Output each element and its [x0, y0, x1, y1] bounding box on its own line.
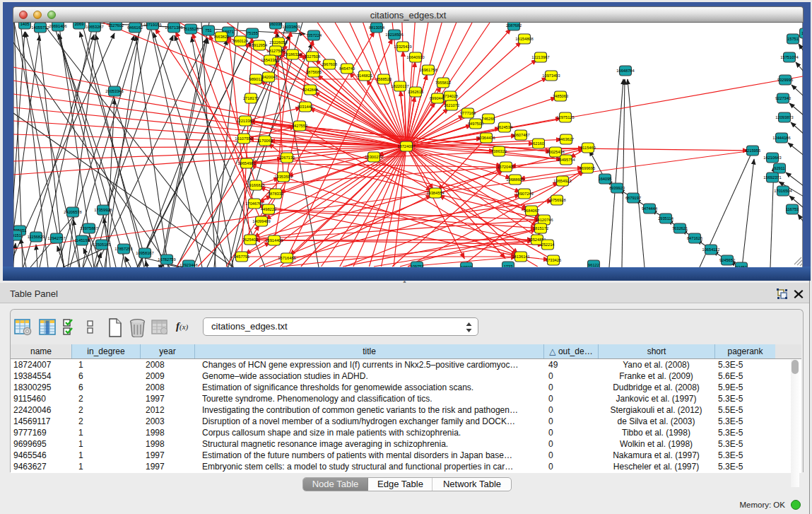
svg-text:19654982: 19654982	[237, 161, 255, 165]
svg-text:17857255: 17857255	[114, 247, 132, 251]
svg-text:6734028: 6734028	[442, 94, 458, 98]
svg-text:1733426: 1733426	[546, 258, 561, 262]
svg-text:7515526: 7515526	[183, 27, 199, 31]
svg-text:16914409: 16914409	[265, 238, 283, 243]
svg-text:9474444: 9474444	[642, 206, 657, 211]
svg-text:16210643: 16210643	[763, 156, 781, 160]
svg-text:751: 751	[205, 28, 212, 33]
svg-text:2087682: 2087682	[506, 23, 522, 28]
svg-text:9242848: 9242848	[302, 88, 318, 92]
svg-text:19756928: 19756928	[548, 198, 565, 202]
svg-text:12975125: 12975125	[556, 115, 574, 119]
svg-text:9684067: 9684067	[524, 209, 539, 213]
svg-text:3624534: 3624534	[497, 125, 512, 129]
svg-text:1588520: 1588520	[376, 77, 392, 81]
svg-text:8939923: 8939923	[609, 186, 625, 190]
svg-text:14055712: 14055712	[31, 25, 49, 30]
svg-text:92911: 92911	[774, 166, 784, 170]
svg-text:19166825: 19166825	[247, 183, 264, 187]
svg-text:6879197: 6879197	[625, 196, 641, 200]
svg-text:92450: 92450	[736, 265, 747, 267]
svg-text:12505185: 12505185	[93, 243, 110, 247]
svg-text:989012: 989012	[249, 77, 263, 81]
svg-text:24206578: 24206578	[64, 210, 81, 214]
svg-text:33975887: 33975887	[80, 226, 98, 230]
svg-text:16640910: 16640910	[406, 55, 424, 59]
svg-text:12213383: 12213383	[236, 119, 254, 123]
svg-text:1733: 1733	[504, 264, 513, 267]
svg-text:4498222: 4498222	[261, 207, 276, 211]
svg-text:13654923: 13654923	[553, 179, 571, 183]
svg-text:12093873: 12093873	[775, 115, 793, 119]
svg-text:6466162: 6466162	[127, 25, 143, 30]
svg-text:7386322: 7386322	[491, 149, 507, 153]
svg-text:10654112: 10654112	[702, 247, 720, 252]
svg-text:10688609: 10688609	[506, 177, 524, 182]
svg-text:5878332: 5878332	[268, 192, 283, 196]
svg-text:18220137: 18220137	[391, 84, 408, 88]
svg-text:2069: 2069	[75, 23, 84, 26]
svg-text:2967608: 2967608	[322, 62, 337, 66]
svg-text:16543382: 16543382	[261, 58, 278, 62]
svg-text:9227343: 9227343	[775, 96, 791, 100]
svg-text:12923448: 12923448	[180, 263, 197, 267]
svg-text:12942757: 12942757	[47, 236, 65, 240]
svg-text:15692371: 15692371	[763, 175, 781, 180]
svg-text:746266: 746266	[482, 117, 495, 121]
svg-text:7955812: 7955812	[435, 81, 451, 85]
svg-text:9463627: 9463627	[558, 137, 574, 141]
svg-text:9777169: 9777169	[460, 111, 476, 115]
svg-text:16782759: 16782759	[158, 257, 175, 262]
svg-text:7663822: 7663822	[213, 35, 229, 39]
svg-text:20691406: 20691406	[49, 24, 66, 28]
svg-text:62160: 62160	[533, 141, 544, 146]
svg-text:1145193: 1145193	[74, 238, 90, 243]
svg-text:7357224: 7357224	[306, 33, 322, 37]
svg-text:12444186: 12444186	[772, 136, 790, 140]
svg-text:8660124: 8660124	[233, 39, 248, 43]
svg-text:10923: 10923	[461, 265, 472, 267]
svg-text:7632621: 7632621	[672, 226, 688, 230]
svg-text:9245652: 9245652	[719, 258, 735, 262]
svg-text:14120746: 14120746	[535, 218, 553, 222]
svg-text:16961758: 16961758	[419, 68, 437, 72]
svg-text:18724007: 18724007	[397, 144, 415, 148]
svg-text:10958167: 10958167	[136, 251, 153, 255]
svg-text:9327508: 9327508	[305, 54, 320, 59]
svg-text:96122: 96122	[588, 263, 599, 267]
svg-text:14136141: 14136141	[512, 255, 529, 259]
svg-text:2718170: 2718170	[243, 96, 259, 100]
svg-text:17046766: 17046766	[245, 201, 263, 206]
svg-text:7625402: 7625402	[242, 238, 258, 242]
svg-text:17016504: 17016504	[774, 189, 792, 193]
svg-text:9115460: 9115460	[580, 146, 596, 150]
svg-text:8912954: 8912954	[252, 43, 267, 47]
svg-text:13325419: 13325419	[394, 45, 411, 49]
svg-text:10719155: 10719155	[143, 23, 161, 27]
svg-text:39151: 39151	[13, 233, 21, 238]
svg-text:3267130: 3267130	[279, 156, 295, 160]
svg-text:2935114: 2935114	[658, 216, 673, 221]
svg-text:8215955: 8215955	[745, 148, 760, 153]
svg-text:8454749: 8454749	[339, 66, 355, 71]
svg-text:17359928: 17359928	[94, 208, 112, 212]
svg-text:1527602: 1527602	[108, 23, 124, 28]
svg-text:9146821: 9146821	[357, 74, 372, 78]
svg-text:6497508: 6497508	[468, 122, 483, 126]
svg-text:18907249: 18907249	[515, 192, 533, 196]
svg-text:15300273: 15300273	[365, 155, 382, 159]
svg-text:10973493: 10973493	[542, 74, 560, 78]
svg-text:16671385: 16671385	[165, 25, 182, 30]
svg-text:14099489: 14099489	[252, 219, 270, 223]
svg-text:1170063: 1170063	[257, 139, 273, 143]
svg-text:20364436: 20364436	[477, 136, 495, 140]
svg-text:160338: 160338	[269, 23, 283, 26]
svg-text:109752: 109752	[411, 264, 424, 267]
svg-text:15751074: 15751074	[780, 55, 798, 59]
svg-text:9457791: 9457791	[234, 255, 249, 259]
svg-text:116753: 116753	[786, 207, 799, 211]
svg-text:19384554: 19384554	[426, 191, 444, 195]
svg-text:252214: 252214	[541, 243, 555, 247]
svg-text:19218506: 19218506	[385, 33, 403, 37]
svg-text:1815172: 1815172	[533, 226, 548, 230]
